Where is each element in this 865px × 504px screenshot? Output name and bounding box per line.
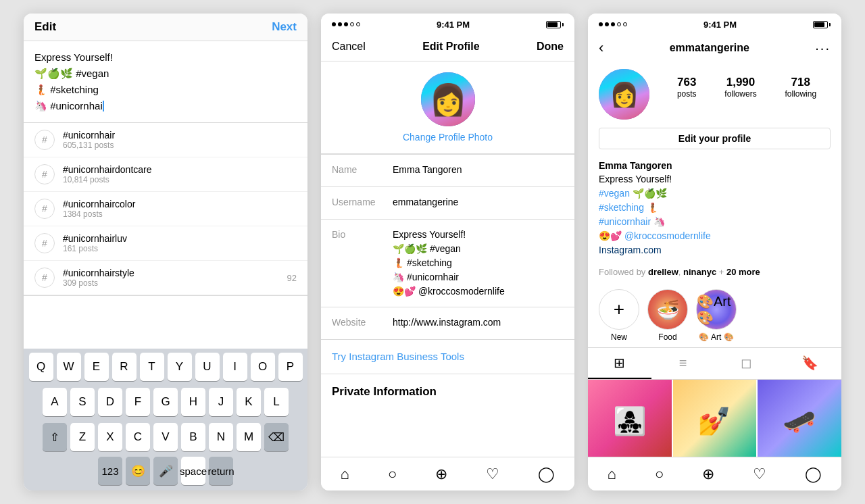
website-link[interactable]: Instagram.com — [599, 245, 662, 255]
key-W[interactable]: W — [57, 353, 81, 381]
bio-text-content: Express Yourself! 🌱🍏🌿 #vegan 🧜🏾 #sketchi… — [34, 49, 297, 114]
stats-group: 763 posts 1,990 followers 718 following — [663, 69, 831, 99]
shift-key[interactable]: ⇧ — [43, 423, 67, 451]
key-X[interactable]: X — [98, 423, 122, 451]
hashtag-suggestion-1[interactable]: # #unicornhair 605,131 posts — [24, 123, 307, 157]
bio-line1: Express Yourself! — [34, 49, 297, 66]
keyboard: Q W E R T Y U I O P A S D F G H J K L — [24, 349, 307, 490]
key-T[interactable]: T — [140, 353, 164, 381]
battery-body — [546, 21, 561, 28]
key-L[interactable]: L — [264, 388, 289, 416]
key-C[interactable]: C — [126, 423, 150, 451]
name-value[interactable]: Emma Tangoren — [393, 163, 564, 177]
highlight-new[interactable]: + New — [599, 289, 639, 342]
key-U[interactable]: U — [195, 353, 220, 381]
nav-search-2[interactable]: ○ — [388, 465, 397, 483]
key-P[interactable]: P — [278, 353, 303, 381]
key-G[interactable]: G — [153, 388, 178, 416]
key-O[interactable]: O — [251, 353, 275, 381]
key-N[interactable]: N — [209, 423, 233, 451]
key-M[interactable]: M — [237, 423, 261, 451]
dot3 — [344, 22, 348, 26]
dot1 — [332, 22, 336, 26]
nav-search-3[interactable]: ○ — [655, 465, 664, 483]
battery-2 — [546, 21, 564, 28]
bio-section: Emma Tangoren Express Yourself! #vegan 🌱… — [588, 157, 841, 264]
key-F[interactable]: F — [126, 388, 150, 416]
edit-profile-button[interactable]: Edit your profile — [599, 128, 831, 149]
key-V[interactable]: V — [153, 423, 178, 451]
cancel-button[interactable]: Cancel — [332, 41, 366, 53]
status-time-3: 9:41 PM — [703, 20, 737, 30]
key-Y[interactable]: Y — [168, 353, 192, 381]
bottom-nav-2: ⌂ ○ ⊕ ♡ ◯ — [321, 457, 574, 490]
key-D[interactable]: D — [98, 388, 122, 416]
profile-stats-section: 763 posts 1,990 followers 718 following — [588, 64, 841, 128]
delete-key[interactable]: ⌫ — [264, 423, 289, 451]
photo-cell-2[interactable]: 💅 — [673, 380, 757, 463]
grid-tabs: ⊞ ≡ ◻ 🔖 — [588, 348, 841, 380]
key-A[interactable]: A — [43, 388, 67, 416]
key-Q[interactable]: Q — [29, 353, 53, 381]
nav-home-3[interactable]: ⌂ — [608, 465, 616, 483]
key-E[interactable]: E — [84, 353, 109, 381]
photo-cell-1[interactable]: 👩‍👧‍👧 — [588, 380, 672, 463]
hashtag-suggestion-4[interactable]: # #unicornhairluv 161 posts — [24, 226, 307, 261]
nav-heart-2[interactable]: ♡ — [486, 465, 499, 483]
hashtag-suggestion-3[interactable]: # #unicornhaircolor 1384 posts — [24, 192, 307, 226]
dot3-3 — [611, 22, 615, 26]
dot3-2 — [605, 22, 609, 26]
follower1[interactable]: drellew — [648, 267, 678, 277]
tab-list[interactable]: ≡ — [651, 348, 715, 379]
tab-tagged[interactable]: ◻ — [715, 348, 778, 379]
username-value[interactable]: emmatangerine — [393, 195, 564, 209]
nav-heart-3[interactable]: ♡ — [753, 465, 766, 483]
bio-value[interactable]: Express Yourself! 🌱🍏🌿 #vegan 🧜🏾 #sketchi… — [393, 228, 564, 299]
key-B[interactable]: B — [181, 423, 205, 451]
key-S[interactable]: S — [70, 388, 95, 416]
more-followers[interactable]: 20 more — [726, 267, 760, 277]
text-edit-area[interactable]: Express Yourself! 🌱🍏🌿 #vegan 🧜🏾 #sketchi… — [24, 41, 307, 123]
highlight-food[interactable]: 🍜 Food — [647, 289, 688, 342]
space-key[interactable]: space — [181, 457, 205, 485]
dot5 — [356, 22, 360, 26]
hashtag-suggestion-5[interactable]: # #unicornhairstyle 309 posts 92 — [24, 261, 307, 295]
nav-profile-2[interactable]: ◯ — [538, 465, 555, 483]
nav-add-3[interactable]: ⊕ — [702, 465, 714, 483]
highlight-label-new: New — [611, 332, 627, 342]
nav-profile-3[interactable]: ◯ — [805, 465, 822, 483]
follower2[interactable]: ninanyc — [683, 267, 716, 277]
username-label: Username — [332, 195, 393, 207]
highlight-art[interactable]: 🎨Art🎨 🎨 Art 🎨 — [696, 289, 737, 342]
back-button[interactable]: ‹ — [599, 39, 603, 57]
tab-saved[interactable]: 🔖 — [778, 348, 841, 379]
return-key[interactable]: return — [209, 457, 233, 485]
tab-grid[interactable]: ⊞ — [588, 348, 651, 379]
next-button[interactable]: Next — [272, 20, 297, 34]
followers-count: 1,990 — [724, 76, 756, 89]
emoji-key[interactable]: 😊 — [126, 457, 150, 485]
change-photo-button[interactable]: Change Profile Photo — [403, 132, 493, 143]
highlights-section: + New 🍜 Food 🎨Art🎨 🎨 Art 🎨 — [588, 284, 841, 348]
battery-tip-3 — [829, 23, 831, 26]
try-business-link[interactable]: Try Instagram Business Tools — [332, 351, 464, 362]
key-K[interactable]: K — [237, 388, 261, 416]
nav-home-2[interactable]: ⌂ — [341, 465, 349, 483]
profile-username-title: emmatangerine — [670, 42, 749, 54]
mic-key[interactable]: 🎤 — [153, 457, 178, 485]
done-button[interactable]: Done — [537, 41, 564, 53]
key-Z[interactable]: Z — [70, 423, 95, 451]
num-key[interactable]: 123 — [98, 457, 122, 485]
key-R[interactable]: R — [112, 353, 137, 381]
dot2 — [338, 22, 342, 26]
photo-cell-3[interactable]: 🛹 — [758, 380, 841, 463]
form-row-name: Name Emma Tangoren — [321, 155, 574, 187]
more-options-button[interactable]: ··· — [815, 41, 831, 56]
hashtag-suggestion-2[interactable]: # #unicornhairdontcare 10,814 posts — [24, 157, 307, 192]
key-J[interactable]: J — [209, 388, 233, 416]
highlight-circle-art: 🎨Art🎨 — [696, 289, 737, 330]
website-value[interactable]: http://www.instagram.com — [393, 316, 564, 330]
key-I[interactable]: I — [223, 353, 247, 381]
nav-add-2[interactable]: ⊕ — [435, 465, 447, 483]
key-H[interactable]: H — [181, 388, 205, 416]
